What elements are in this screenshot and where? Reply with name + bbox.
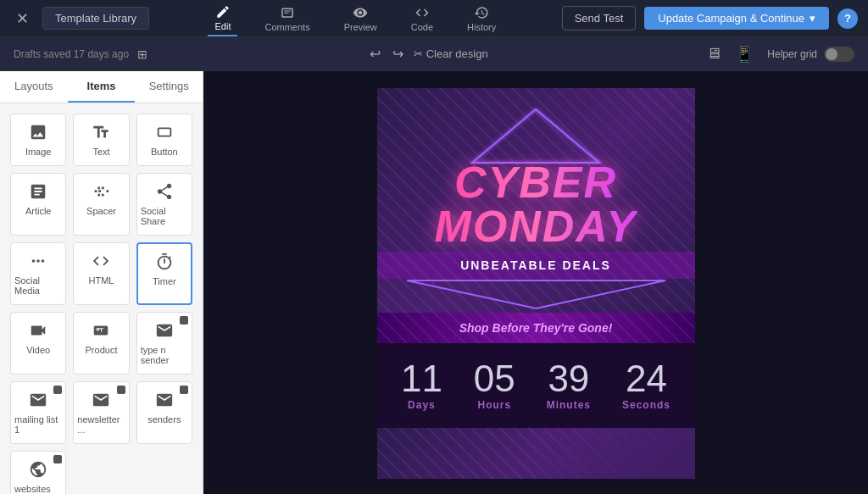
countdown-hours-value: 05 xyxy=(474,360,515,397)
bottom-strip-right xyxy=(536,428,695,479)
close-button[interactable]: ✕ xyxy=(10,7,34,31)
tab-history[interactable]: History xyxy=(460,2,503,36)
sidebar-item-article[interactable]: Article xyxy=(10,173,66,236)
svg-point-2 xyxy=(42,259,45,263)
spacer-icon xyxy=(92,182,110,201)
sidebar-item-senders[interactable]: senders xyxy=(136,381,192,444)
edit-icon xyxy=(215,4,231,19)
canvas-area[interactable]: CYBER MONDAY UNBEATABLE DEALS Shop Befor… xyxy=(203,71,868,494)
countdown-days: 11 Days xyxy=(401,360,442,411)
countdown-minutes: 39 Minutes xyxy=(547,360,591,411)
sidebar-item-text[interactable]: Text xyxy=(73,114,129,166)
update-campaign-button[interactable]: Update Campaign & Continue ▾ xyxy=(644,7,829,30)
countdown-days-value: 11 xyxy=(401,360,442,397)
template-library-button[interactable]: Template Library xyxy=(42,7,149,30)
toolbar-left: ✕ Template Library xyxy=(10,7,149,31)
button-icon xyxy=(155,123,174,142)
article-icon xyxy=(29,182,47,201)
second-bar: Drafts saved 17 days ago ⊞ ↩ ↪ ✂ Clear d… xyxy=(0,37,868,71)
svg-marker-3 xyxy=(472,109,599,163)
tab-comments[interactable]: Comments xyxy=(258,2,316,36)
countdown-minutes-label: Minutes xyxy=(547,399,591,411)
help-button[interactable]: ? xyxy=(837,8,858,29)
video-icon xyxy=(29,321,47,340)
drafts-saved-text: Drafts saved 17 days ago xyxy=(14,48,129,60)
scissors-icon: ✂ xyxy=(414,47,423,60)
badge-icon xyxy=(180,386,188,394)
senders-icon xyxy=(155,391,174,409)
svg-point-0 xyxy=(36,259,40,263)
hero-section: CYBER MONDAY UNBEATABLE DEALS Shop Befor… xyxy=(377,88,695,343)
countdown-minutes-value: 39 xyxy=(548,360,589,397)
second-bar-center: ↩ ↪ ✂ Clear design xyxy=(366,44,488,64)
sidebar-item-button[interactable]: Button xyxy=(136,114,192,166)
countdown-hours: 05 Hours xyxy=(474,360,515,411)
badge-icon xyxy=(53,455,62,463)
sidebar-item-spacer[interactable]: Spacer xyxy=(73,173,129,236)
countdown-hours-label: Hours xyxy=(477,399,511,411)
send-test-button[interactable]: Send Test xyxy=(562,6,637,31)
sidebar-tab-settings[interactable]: Settings xyxy=(135,71,203,103)
sidebar-item-product[interactable]: Product xyxy=(73,312,129,375)
type-n-sender-icon xyxy=(155,321,174,340)
sidebar-item-video[interactable]: Video xyxy=(10,312,66,375)
text-icon xyxy=(92,123,110,142)
triangle-top-svg xyxy=(468,105,604,164)
tab-preview[interactable]: Preview xyxy=(337,2,384,36)
sidebar-item-html[interactable]: HTML xyxy=(73,242,129,305)
cyber-text: CYBER xyxy=(454,160,617,204)
history-icon xyxy=(474,5,489,20)
toolbar-center: Edit Comments Preview Code History xyxy=(208,1,503,36)
sidebar-items-grid: Image Text Button Article Spacer xyxy=(0,103,203,494)
image-icon xyxy=(29,123,47,142)
html-icon xyxy=(92,252,110,270)
social-share-icon xyxy=(155,182,174,201)
left-sidebar: Layouts Items Settings Image Text Button xyxy=(0,71,203,494)
second-bar-right: 🖥 📱 Helper grid xyxy=(706,45,854,64)
badge-icon xyxy=(53,386,62,394)
monday-text: MONDAY xyxy=(434,204,637,248)
hero-content: CYBER MONDAY xyxy=(377,88,695,248)
newsletter-icon xyxy=(92,391,110,409)
top-toolbar: ✕ Template Library Edit Comments Preview… xyxy=(0,0,868,37)
mobile-view-button[interactable]: 📱 xyxy=(735,45,754,64)
badge-icon xyxy=(180,316,188,325)
bottom-strip-left xyxy=(377,428,537,479)
sidebar-tab-layouts[interactable]: Layouts xyxy=(0,71,68,103)
countdown-seconds-value: 24 xyxy=(626,360,667,397)
bottom-strip xyxy=(377,428,695,479)
sidebar-item-websites-bu[interactable]: websites bu... xyxy=(10,451,66,494)
tab-code[interactable]: Code xyxy=(404,2,440,36)
sidebar-item-newsletter[interactable]: newsletter ... xyxy=(73,381,129,444)
svg-point-1 xyxy=(32,259,36,263)
sidebar-item-image[interactable]: Image xyxy=(10,114,66,166)
product-icon xyxy=(92,321,110,340)
second-bar-left: Drafts saved 17 days ago ⊞ xyxy=(14,47,147,61)
toggle-knob xyxy=(826,48,837,60)
toolbar-right: Send Test Update Campaign & Continue ▾ ? xyxy=(562,6,858,31)
redo-button[interactable]: ↪ xyxy=(389,44,407,64)
countdown-days-label: Days xyxy=(408,399,436,411)
timer-icon xyxy=(155,253,174,271)
undo-button[interactable]: ↩ xyxy=(366,44,384,64)
helper-grid-switch[interactable] xyxy=(824,47,854,62)
comments-icon xyxy=(280,5,295,20)
desktop-view-button[interactable]: 🖥 xyxy=(706,45,721,63)
clear-design-button[interactable]: ✂ Clear design xyxy=(414,47,488,60)
tab-edit[interactable]: Edit xyxy=(208,1,237,36)
social-media-icon xyxy=(29,252,47,270)
sidebar-tab-bar: Layouts Items Settings xyxy=(0,71,203,103)
helper-grid-toggle: Helper grid xyxy=(767,47,854,62)
countdown-section: 11 Days 05 Hours 39 Minutes 24 Seconds xyxy=(377,343,695,428)
countdown-seconds-label: Seconds xyxy=(622,399,670,411)
sidebar-item-type-n-sender[interactable]: type n sender xyxy=(136,312,192,375)
sidebar-item-social-media[interactable]: Social Media xyxy=(10,242,66,305)
email-preview: CYBER MONDAY UNBEATABLE DEALS Shop Befor… xyxy=(377,88,695,479)
sidebar-item-timer[interactable]: Timer xyxy=(136,242,192,305)
collapse-button[interactable]: ⊞ xyxy=(137,47,147,61)
sidebar-item-social-share[interactable]: Social Share xyxy=(136,173,192,236)
main-area: Layouts Items Settings Image Text Button xyxy=(0,71,868,494)
sidebar-tab-items[interactable]: Items xyxy=(68,71,136,103)
sidebar-item-mailing-list[interactable]: mailing list 1 xyxy=(10,381,66,444)
preview-icon xyxy=(353,5,368,20)
